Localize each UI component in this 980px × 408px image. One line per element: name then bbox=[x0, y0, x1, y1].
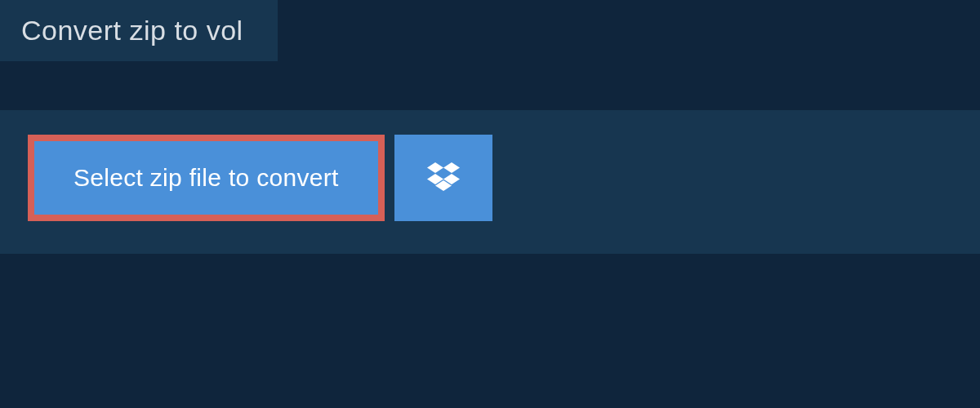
select-file-label: Select zip file to convert bbox=[74, 164, 339, 192]
action-row: Select zip file to convert bbox=[0, 110, 980, 221]
dropbox-icon bbox=[427, 162, 460, 194]
select-file-button[interactable]: Select zip file to convert bbox=[28, 135, 385, 221]
dropbox-button[interactable] bbox=[394, 135, 492, 221]
tab-bar: Convert zip to vol bbox=[0, 0, 980, 61]
conversion-panel: Select zip file to convert bbox=[0, 110, 980, 254]
tab-convert[interactable]: Convert zip to vol bbox=[0, 0, 278, 61]
tab-title: Convert zip to vol bbox=[21, 15, 243, 46]
